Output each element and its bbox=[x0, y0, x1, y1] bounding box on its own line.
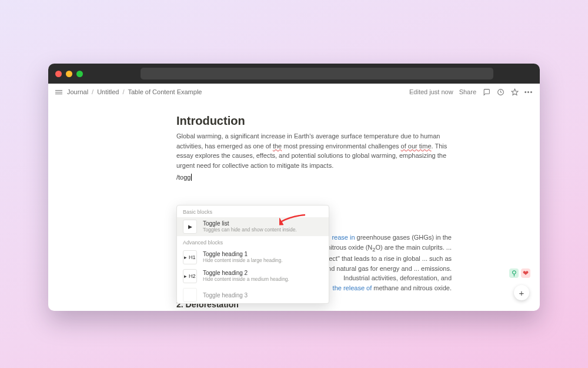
menu-item-title: Toggle heading 2 bbox=[203, 270, 289, 276]
menu-item-toggle-list[interactable]: ▶ Toggle list Toggles can hide and show … bbox=[177, 217, 329, 236]
minimize-icon[interactable] bbox=[66, 71, 72, 77]
breadcrumb-sep: / bbox=[92, 88, 93, 95]
toggle-h3-icon bbox=[183, 288, 197, 302]
close-icon[interactable] bbox=[55, 71, 62, 77]
header-bar: Journal / Untitled / Table of Content Ex… bbox=[48, 84, 540, 100]
menu-item-toggle-h1[interactable]: ▸ H1 Toggle heading 1 Hide content insid… bbox=[177, 248, 329, 267]
menu-icon[interactable] bbox=[55, 90, 62, 94]
slash-menu-section: Advanced blocks bbox=[177, 236, 329, 248]
add-fab[interactable]: + bbox=[514, 285, 529, 300]
breadcrumb-sep: / bbox=[122, 88, 124, 95]
window-controls bbox=[55, 71, 83, 77]
paragraph-intro: Global warming, a significant increase i… bbox=[176, 131, 452, 170]
slash-menu: Basic blocks ▶ Toggle list Toggles can h… bbox=[176, 205, 329, 304]
breadcrumb-item[interactable]: Untitled bbox=[97, 88, 119, 95]
slash-menu-section: Basic blocks bbox=[177, 205, 329, 217]
breadcrumb: Journal / Untitled / Table of Content Ex… bbox=[67, 88, 202, 95]
menu-item-title: Toggle list bbox=[203, 220, 297, 227]
breadcrumb-item[interactable]: Table of Content Example bbox=[128, 88, 202, 95]
toggle-list-icon: ▶ bbox=[183, 220, 197, 234]
breadcrumb-item[interactable]: Journal bbox=[67, 88, 88, 95]
menu-item-toggle-h2[interactable]: ▸ H2 Toggle heading 2 Hide content insid… bbox=[177, 267, 329, 286]
menu-item-subtitle: Hide content inside a medium heading. bbox=[203, 276, 289, 282]
heart-icon[interactable]: ❤ bbox=[521, 268, 530, 278]
slash-command-input[interactable]: /togg bbox=[176, 174, 452, 181]
svg-marker-1 bbox=[512, 89, 518, 95]
edited-time-label: Edited just now bbox=[409, 88, 453, 95]
address-bar[interactable] bbox=[141, 68, 493, 79]
more-icon[interactable]: ••• bbox=[524, 88, 533, 96]
floating-mini-icons: ⚲ ❤ bbox=[509, 268, 530, 278]
clock-icon[interactable] bbox=[496, 88, 505, 96]
menu-item-subtitle: Hide content inside a large heading. bbox=[203, 257, 283, 263]
document-body: Introduction Global warming, a significa… bbox=[48, 100, 540, 311]
maximize-icon[interactable] bbox=[76, 71, 83, 77]
menu-item-subtitle: Toggles can hide and show content inside… bbox=[203, 227, 297, 233]
toggle-h1-icon: ▸ H1 bbox=[183, 250, 197, 264]
menu-item-toggle-h3[interactable]: Toggle heading 3 bbox=[177, 286, 329, 303]
comment-icon[interactable] bbox=[482, 88, 490, 96]
star-icon[interactable] bbox=[510, 88, 519, 96]
titlebar bbox=[48, 64, 540, 84]
share-button[interactable]: Share bbox=[459, 88, 476, 95]
menu-item-title: Toggle heading 3 bbox=[203, 292, 248, 299]
toggle-h2-icon: ▸ H2 bbox=[183, 269, 197, 283]
app-window: Journal / Untitled / Table of Content Ex… bbox=[48, 64, 540, 311]
menu-item-title: Toggle heading 1 bbox=[203, 251, 283, 257]
heading-introduction: Introduction bbox=[176, 114, 452, 128]
pin-icon[interactable]: ⚲ bbox=[509, 268, 519, 278]
